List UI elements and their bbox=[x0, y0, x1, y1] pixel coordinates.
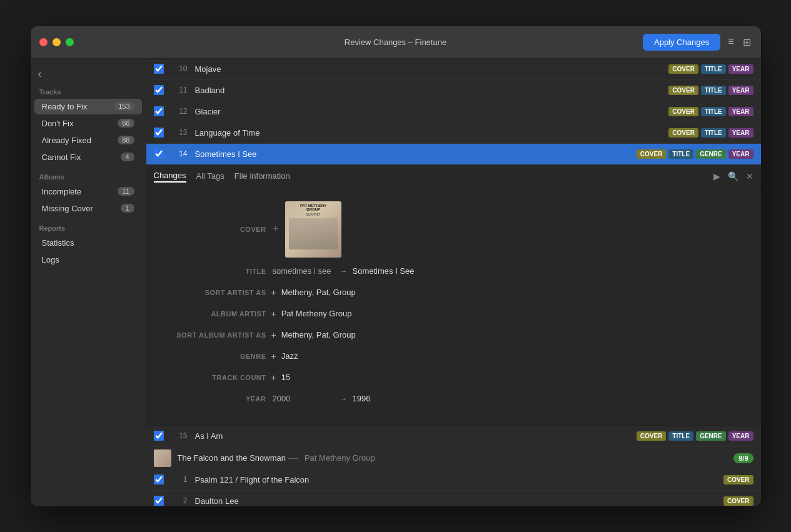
back-button[interactable]: ‹ bbox=[31, 64, 146, 84]
track-13-name: Language of Time bbox=[195, 128, 669, 138]
track-sub-2-checkbox[interactable] bbox=[154, 496, 164, 506]
badge-cover-sub2: COVER bbox=[723, 496, 753, 506]
window-title: Review Changes – Finetune bbox=[345, 38, 446, 47]
field-row-cover: COVER + PAT METHENYGROUP QUARTET bbox=[154, 201, 753, 258]
sidebar-albums-header: Albums bbox=[31, 169, 146, 183]
apply-changes-button[interactable]: Apply Changes bbox=[643, 34, 720, 51]
badge-year: YEAR bbox=[728, 128, 753, 138]
title-field-label: TITLE bbox=[154, 268, 266, 275]
track-15-name: As I Am bbox=[195, 431, 637, 441]
track-11-checkbox[interactable] bbox=[154, 85, 164, 95]
sidebar-item-ready-to-fix[interactable]: Ready to Fix 153 bbox=[34, 99, 142, 114]
sidebar-item-cannot-fix[interactable]: Cannot Fix 4 bbox=[34, 149, 142, 165]
sidebar-item-missing-cover[interactable]: Missing Cover 1 bbox=[34, 201, 142, 216]
title-arrow: → bbox=[340, 267, 348, 276]
genre-plus: + bbox=[271, 351, 276, 361]
minimize-button[interactable] bbox=[53, 38, 61, 46]
badge-year: YEAR bbox=[728, 86, 753, 95]
cover-art-title: PAT METHENYGROUP bbox=[300, 204, 326, 212]
track-10-badges: COVERTITLEYEAR bbox=[668, 64, 753, 74]
track-row-11[interactable]: 11BadlandCOVERTITLEYEAR bbox=[146, 80, 761, 101]
sidebar-item-incomplete[interactable]: Incomplete 11 bbox=[34, 184, 142, 199]
track-sub-2-num: 2 bbox=[170, 496, 188, 505]
close-button[interactable] bbox=[39, 38, 48, 46]
tab-changes[interactable]: Changes bbox=[154, 171, 186, 183]
cover-area: + PAT METHENYGROUP QUARTET bbox=[273, 201, 342, 258]
badge-cover: COVER bbox=[668, 128, 698, 138]
track-row-sub-2[interactable]: 2 Daulton Lee COVER bbox=[146, 491, 761, 506]
sidebar-item-statistics[interactable]: Statistics bbox=[34, 235, 142, 251]
track-row-14[interactable]: 14Sometimes I SeeCOVERTITLEGENREYEAR bbox=[146, 144, 761, 165]
track-row-13[interactable]: 13Language of TimeCOVERTITLEYEAR bbox=[146, 123, 761, 144]
album-name: The Falcon and the Snowman bbox=[178, 453, 286, 463]
tab-file-information[interactable]: File information bbox=[234, 171, 290, 182]
album-header[interactable]: The Falcon and the Snowman — Pat Metheny… bbox=[146, 447, 761, 469]
field-row-year: YEAR 2000 → 1996 bbox=[154, 391, 753, 406]
search-icon[interactable]: 🔍 bbox=[728, 171, 738, 181]
cover-add-icon[interactable]: + bbox=[273, 223, 280, 236]
track-count-plus: + bbox=[271, 373, 276, 383]
track-row-10[interactable]: 10MojaveCOVERTITLEYEAR bbox=[146, 59, 761, 80]
traffic-lights bbox=[39, 38, 74, 46]
list-view-button[interactable]: ≡ bbox=[727, 35, 735, 49]
title-new-value: Sometimes I See bbox=[353, 266, 415, 276]
sidebar-item-already-fixed[interactable]: Already Fixed 88 bbox=[34, 133, 142, 148]
year-old-value: 2000 bbox=[273, 394, 335, 403]
badge-cover-sub1: COVER bbox=[723, 475, 753, 484]
badge-title: TITLE bbox=[668, 431, 693, 441]
field-row-track-count: TRACK COUNT + 15 bbox=[154, 370, 753, 385]
track-sub-2-badges: COVER bbox=[723, 496, 753, 506]
track-sub-1-checkbox[interactable] bbox=[154, 474, 164, 484]
track-row-15[interactable]: 15 As I Am COVER TITLE GENRE YEAR bbox=[146, 426, 761, 447]
year-new-value: 1996 bbox=[353, 394, 371, 403]
track-12-checkbox[interactable] bbox=[154, 106, 164, 116]
badge-title: TITLE bbox=[701, 128, 726, 138]
close-panel-icon[interactable]: ✕ bbox=[746, 171, 753, 181]
track-12-number: 12 bbox=[170, 107, 188, 116]
sidebar-item-logs[interactable]: Logs bbox=[34, 252, 142, 268]
album-artist-value: Pat Metheny Group bbox=[281, 309, 352, 318]
panel-tabs: Changes All Tags File information ▶ 🔍 ✕ bbox=[146, 165, 761, 189]
track-count-label: TRACK COUNT bbox=[154, 374, 266, 381]
track-10-number: 10 bbox=[170, 64, 188, 73]
badge-year: YEAR bbox=[728, 64, 753, 74]
track-11-badges: COVERTITLEYEAR bbox=[668, 86, 753, 95]
album-dash: — bbox=[288, 453, 298, 464]
app-window: Review Changes – Finetune Apply Changes … bbox=[30, 26, 762, 507]
album-thumb bbox=[154, 449, 171, 467]
cover-image: PAT METHENYGROUP QUARTET bbox=[285, 201, 341, 258]
track-row-12[interactable]: 12GlacierCOVERTITLEYEAR bbox=[146, 101, 761, 123]
track-row-sub-1[interactable]: 1 Psalm 121 / Flight of the Falcon COVER bbox=[146, 469, 761, 491]
badge-title: TITLE bbox=[701, 107, 726, 116]
track-14-checkbox[interactable] bbox=[154, 149, 164, 159]
sidebar-item-dont-fix[interactable]: Don't Fix 66 bbox=[34, 116, 142, 131]
play-icon[interactable]: ▶ bbox=[713, 171, 720, 181]
badge-cover: COVER bbox=[637, 431, 667, 441]
track-12-name: Glacier bbox=[195, 107, 669, 116]
badge-title: TITLE bbox=[701, 64, 726, 74]
track-13-checkbox[interactable] bbox=[154, 128, 164, 138]
album-art: PAT METHENYGROUP QUARTET bbox=[285, 201, 341, 258]
panel-fields: COVER + PAT METHENYGROUP QUARTET bbox=[154, 201, 753, 413]
tab-all-tags[interactable]: All Tags bbox=[196, 171, 224, 182]
album-count-badge: 9/9 bbox=[733, 453, 753, 463]
badge-year: YEAR bbox=[728, 107, 753, 116]
cover-art-sub: QUARTET bbox=[306, 213, 321, 216]
album-artist-plus: + bbox=[271, 309, 276, 319]
sidebar-reports-header: Reports bbox=[31, 221, 146, 234]
track-count-value: 15 bbox=[281, 373, 290, 382]
album-artist: Pat Metheny Group bbox=[305, 453, 375, 463]
cover-label: COVER bbox=[154, 226, 266, 233]
maximize-button[interactable] bbox=[66, 38, 74, 46]
track-sub-2-name: Daulton Lee bbox=[195, 496, 723, 506]
grid-view-button[interactable]: ⊞ bbox=[742, 35, 752, 49]
track-14-number: 14 bbox=[170, 149, 188, 158]
genre-label: GENRE bbox=[154, 353, 266, 360]
field-row-sort-artist: SORT ARTIST AS + Metheny, Pat, Group bbox=[154, 285, 753, 300]
badge-year: YEAR bbox=[728, 149, 753, 159]
track-14-badges: COVERTITLEGENREYEAR bbox=[637, 149, 753, 159]
track-15-checkbox[interactable] bbox=[154, 431, 164, 441]
track-10-checkbox[interactable] bbox=[154, 64, 164, 74]
sort-album-artist-plus: + bbox=[271, 330, 276, 340]
track-14-name: Sometimes I See bbox=[195, 149, 637, 159]
